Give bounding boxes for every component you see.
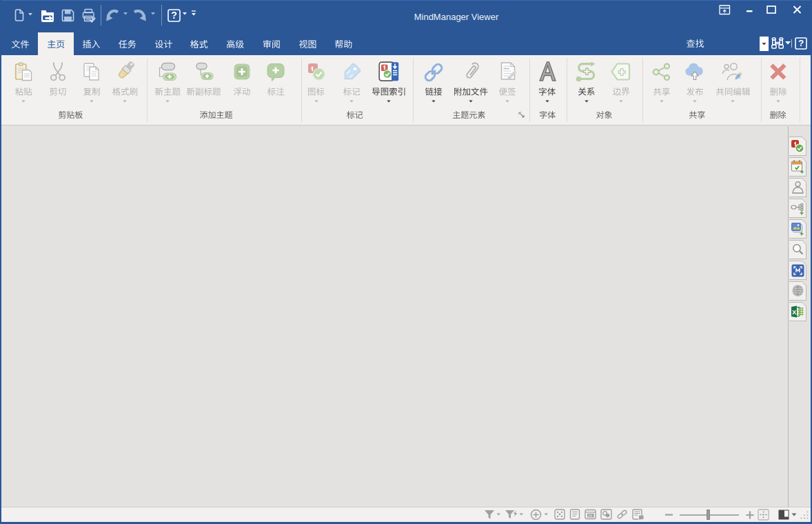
- svg-text:X: X: [792, 308, 797, 316]
- svg-text:24: 24: [588, 514, 592, 518]
